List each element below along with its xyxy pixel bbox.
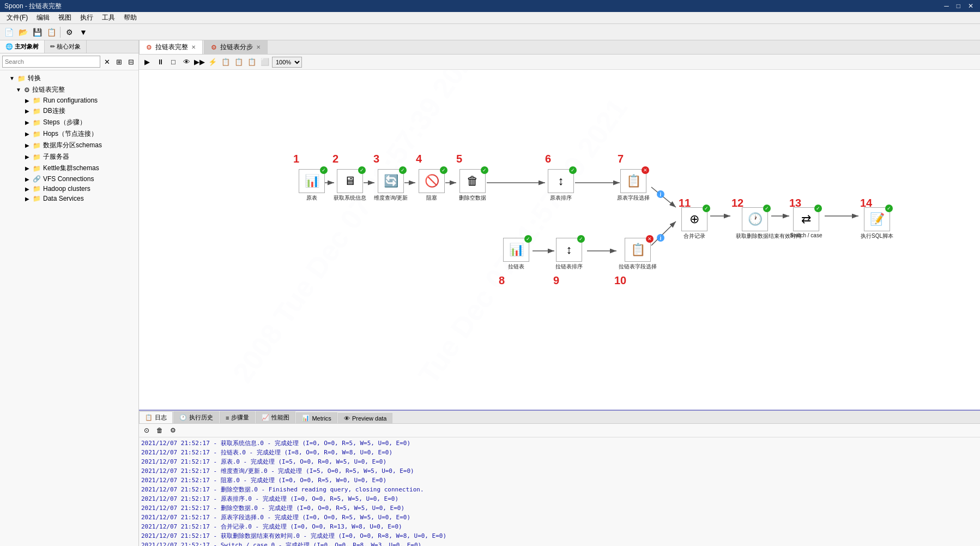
arrow-btn[interactable]: ▼ [77, 26, 90, 39]
log-clear-btn[interactable]: 🗑 [154, 425, 165, 436]
node-2[interactable]: 🖥 ✓ 获取系统信息 [332, 169, 367, 202]
search-expand-btn[interactable]: ⊞ [113, 56, 124, 67]
log-line: 2021/12/07 21:52:17 - Switch / case.0 - … [141, 541, 978, 546]
menu-item-help[interactable]: 帮助 [119, 12, 141, 23]
bottom-tab-history[interactable]: 🕐 执行历史 [173, 411, 219, 423]
log-settings-btn[interactable]: ⚙ [167, 425, 178, 436]
node-4-label: 阻塞 [426, 194, 437, 202]
tree-item-steps[interactable]: ▶ 📁 Steps（步骤） [0, 117, 138, 128]
node-7-icon: 📋 [626, 174, 641, 188]
canvas-tab-close-1[interactable]: ✕ [191, 44, 196, 50]
tree-item-vfs[interactable]: ▶ 🔗 VFS Connections [0, 174, 138, 184]
zoom-select[interactable]: 100% 50% 75% 125% 150% 200% [272, 57, 302, 68]
maximize-btn[interactable]: □ [954, 2, 963, 10]
preview-btn[interactable]: 👁 [180, 56, 192, 68]
search-collapse-btn[interactable]: ⊟ [125, 56, 136, 67]
node-14[interactable]: 📝 ✓ 执行SQL脚本 [860, 207, 894, 240]
canvas-tabs: ⚙ 拉链表完整 ✕ ⚙ 拉链表分步 ✕ [139, 40, 980, 55]
tree-item-hops[interactable]: ▶ 📁 Hops（节点连接） [0, 128, 138, 140]
btn9[interactable]: 📋 [246, 56, 258, 68]
bottom-tab-steps[interactable]: ≡ 步骤量 [220, 411, 255, 423]
node-7[interactable]: 📋 ✕ 原表字段选择 [616, 169, 651, 202]
node-9[interactable]: ↕ ✓ 拉链表排序 [552, 238, 586, 271]
step-num-7: 7 [618, 153, 624, 165]
pause-btn[interactable]: ⏸ [154, 56, 166, 68]
save-btn[interactable]: 💾 [31, 26, 44, 39]
right-area: ⚙ 拉链表完整 ✕ ⚙ 拉链表分步 ✕ ▶ ⏸ □ 👁 ▶▶ ⚡ 📋 📋 📋 ⬜… [139, 40, 980, 546]
tab-main-objects-icon: 🌐 [5, 43, 13, 50]
tree-item-kettle[interactable]: ▶ 📁 Kettle集群schemas [0, 163, 138, 174]
node-10-check: ✕ [646, 235, 654, 243]
minimize-btn[interactable]: ─ [942, 2, 951, 10]
node-1[interactable]: 📊 ✓ 原表 [294, 169, 329, 202]
bottom-tab-log[interactable]: 📋 日志 [139, 411, 173, 423]
search-input[interactable] [2, 56, 100, 68]
tree-root-transform[interactable]: ▼ 📁 转换 [0, 73, 138, 84]
bottom-tab-preview[interactable]: 👁 Preview data [338, 413, 393, 423]
title-bar: Spoon - 拉链表完整 ─ □ ✕ [0, 0, 980, 12]
bottom-tab-metrics[interactable]: 📊 Metrics [296, 412, 337, 423]
tree-item-schemas[interactable]: ▶ 📁 数据库分区schemas [0, 140, 138, 151]
canvas-tab-lzfs[interactable]: ⚙ 拉链表分步 ✕ [204, 40, 268, 54]
settings-btn[interactable]: ⚙ [63, 26, 76, 39]
node-7-check: ✕ [642, 166, 649, 174]
btn7[interactable]: 📋 [220, 56, 232, 68]
tree-item-run-config[interactable]: ▶ 📁 Run configurations [0, 95, 138, 105]
tree-item-subserver[interactable]: ▶ 📁 子服务器 [0, 151, 138, 163]
tree-item-data-services[interactable]: ▶ 📁 Data Services [0, 194, 138, 203]
title-text: Spoon - 拉链表完整 [4, 2, 62, 11]
svg-text:i: i [660, 235, 662, 241]
node-5-icon: 🗑 [467, 174, 479, 188]
close-btn[interactable]: ✕ [966, 2, 976, 10]
node-3[interactable]: 🔄 ✓ 维度查询/更新 [373, 169, 408, 202]
menu-item-tools[interactable]: 工具 [98, 12, 119, 23]
node-4-icon: 🚫 [425, 174, 439, 188]
canvas-area: 2008 Tue Dec 07 21:57:39 2021 Tue Dec 07… [139, 70, 980, 410]
node-11[interactable]: ⊕ ✓ 合并记录 [677, 207, 712, 240]
btn8[interactable]: 📋 [233, 56, 245, 68]
tree-item-hadoop[interactable]: ▶ 📁 Hadoop clusters [0, 184, 138, 194]
node-10-label: 拉链表字段选择 [619, 263, 657, 271]
bottom-tab-perf[interactable]: 📈 性能图 [256, 411, 295, 423]
menu-item-file[interactable]: 文件(F) [2, 12, 32, 23]
bottom-panel: 📋 日志 🕐 执行历史 ≡ 步骤量 📈 性能图 [139, 410, 980, 546]
search-clear-btn[interactable]: ✕ [101, 56, 112, 67]
stop-btn[interactable]: □ [167, 56, 179, 68]
tree-item-lzwz[interactable]: ▼ ⚙ 拉链表完整 [0, 84, 138, 95]
node-11-label: 合并记录 [683, 232, 705, 240]
node-3-label: 维度查询/更新 [374, 194, 408, 202]
node-10[interactable]: 📋 ✕ 拉链表字段选择 [616, 238, 660, 271]
open-btn[interactable]: 📂 [16, 26, 29, 39]
node-13[interactable]: ⇄ ✓ Switch / case [789, 207, 824, 238]
step-num-4: 4 [416, 153, 422, 165]
tab-core-objects[interactable]: ✏ 核心对象 [45, 40, 87, 53]
folder-icon-2: 📁 [33, 97, 41, 104]
save-as-btn[interactable]: 📋 [45, 26, 58, 39]
menu-item-edit[interactable]: 编辑 [32, 12, 54, 23]
svg-line-7 [651, 187, 676, 207]
btn10[interactable]: ⬜ [259, 56, 271, 68]
node-1-icon: 📊 [305, 174, 319, 188]
canvas-tab-lzwz[interactable]: ⚙ 拉链表完整 ✕ [139, 40, 203, 54]
log-pause-btn[interactable]: ⊙ [141, 425, 152, 436]
menu-item-view[interactable]: 视图 [54, 12, 76, 23]
log-content: 2021/12/07 21:52:17 - 获取系统信息.0 - 完成处理 (I… [139, 437, 980, 546]
canvas-tab-close-2[interactable]: ✕ [256, 44, 261, 50]
node-8[interactable]: 📊 ✓ 拉链表 [499, 238, 534, 271]
run-btn[interactable]: ▶ [141, 56, 153, 68]
node-5[interactable]: 🗑 ✓ 删除空数据 [455, 169, 490, 202]
node-12-icon: 🕐 [748, 212, 763, 226]
node-14-icon: 📝 [870, 212, 885, 226]
node-6-label: 原表排序 [550, 194, 572, 202]
node-4[interactable]: 🚫 ✓ 阻塞 [414, 169, 449, 202]
node-6[interactable]: ↕ ✓ 原表排序 [543, 169, 578, 202]
tab-main-objects[interactable]: 🌐 主对象树 [0, 40, 45, 53]
btn6[interactable]: ⚡ [207, 56, 219, 68]
new-btn[interactable]: 📄 [2, 26, 15, 39]
run-step-btn[interactable]: ▶▶ [193, 56, 205, 68]
tree-item-db[interactable]: ▶ 📁 DB连接 [0, 105, 138, 117]
left-panel: 🌐 主对象树 ✏ 核心对象 ✕ ⊞ ⊟ ▼ 📁 转换 ▼ ⚙ 拉 [0, 40, 139, 546]
node-12[interactable]: 🕐 ✓ 获取删除数据结束有效时间 [730, 207, 779, 240]
svg-text:i: i [660, 191, 662, 197]
menu-item-run[interactable]: 执行 [76, 12, 98, 23]
